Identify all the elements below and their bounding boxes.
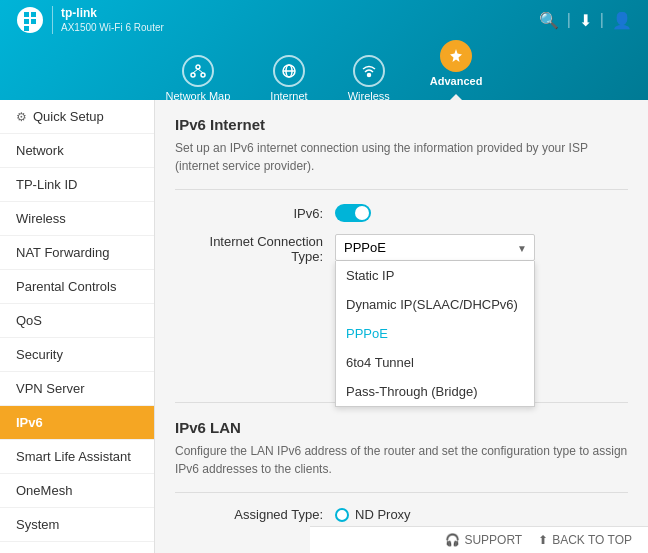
header-icons: 🔍 | ⬇ | 👤 bbox=[539, 11, 632, 30]
wireless-icon bbox=[353, 55, 385, 87]
svg-point-7 bbox=[191, 73, 195, 77]
connection-type-dropdown: Static IP Dynamic IP(SLAAC/DHCPv6) PPPoE… bbox=[335, 261, 535, 407]
back-to-top-icon: ⬆ bbox=[538, 533, 548, 547]
brand-model: tp-link AX1500 Wi-Fi 6 Router bbox=[52, 6, 164, 35]
sidebar-item-security[interactable]: Security bbox=[0, 338, 154, 372]
sidebar-item-system[interactable]: System bbox=[0, 508, 154, 542]
sidebar-item-onemesh[interactable]: OneMesh bbox=[0, 474, 154, 508]
logo-area: tp-link AX1500 Wi-Fi 6 Router bbox=[16, 6, 164, 35]
sidebar-item-smart-life[interactable]: Smart Life Assistant bbox=[0, 440, 154, 474]
footer: 🎧 SUPPORT ⬆ BACK TO TOP bbox=[310, 526, 648, 553]
quick-setup-icon: ⚙ bbox=[16, 110, 27, 124]
tp-link-logo bbox=[16, 6, 44, 34]
sidebar-item-network[interactable]: Network bbox=[0, 134, 154, 168]
svg-rect-3 bbox=[24, 19, 29, 24]
sidebar-item-parental-controls[interactable]: Parental Controls bbox=[0, 270, 154, 304]
tab-advanced-label: Advanced bbox=[430, 75, 483, 87]
dropdown-pass-through[interactable]: Pass-Through (Bridge) bbox=[336, 377, 534, 406]
svg-point-0 bbox=[17, 7, 43, 33]
network-map-icon bbox=[182, 55, 214, 87]
dropdown-6to4-tunnel[interactable]: 6to4 Tunnel bbox=[336, 348, 534, 377]
sidebar-item-qos[interactable]: QoS bbox=[0, 304, 154, 338]
sidebar: ⚙ Quick Setup Network TP-Link ID Wireles… bbox=[0, 100, 155, 553]
radio-nd-proxy[interactable]: ND Proxy bbox=[335, 507, 411, 522]
sidebar-item-vpn-server[interactable]: VPN Server bbox=[0, 372, 154, 406]
ipv6-lan-section: IPv6 LAN Configure the LAN IPv6 address … bbox=[175, 419, 628, 543]
ipv6-lan-desc: Configure the LAN IPv6 address of the ro… bbox=[175, 442, 628, 478]
ipv6-lan-title: IPv6 LAN bbox=[175, 419, 628, 436]
nd-proxy-radio-circle[interactable] bbox=[335, 508, 349, 522]
dropdown-pppoe[interactable]: PPPoE bbox=[336, 319, 534, 348]
ipv6-internet-title: IPv6 Internet bbox=[175, 116, 628, 133]
nd-proxy-label: ND Proxy bbox=[355, 507, 411, 522]
sidebar-item-nat-forwarding[interactable]: NAT Forwarding bbox=[0, 236, 154, 270]
advanced-icon bbox=[440, 40, 472, 72]
sidebar-item-wireless[interactable]: Wireless bbox=[0, 202, 154, 236]
connection-type-select[interactable]: PPPoE bbox=[335, 234, 535, 261]
download-icon[interactable]: ⬇ bbox=[579, 11, 592, 30]
connection-type-label: Internet Connection Type: bbox=[175, 234, 335, 264]
support-icon: 🎧 bbox=[445, 533, 460, 547]
sidebar-item-tp-link-id[interactable]: TP-Link ID bbox=[0, 168, 154, 202]
internet-icon bbox=[273, 55, 305, 87]
back-to-top-button[interactable]: ⬆ BACK TO TOP bbox=[538, 533, 632, 547]
tab-internet[interactable]: Internet bbox=[270, 55, 307, 102]
tab-advanced[interactable]: Advanced bbox=[430, 40, 483, 102]
support-button[interactable]: 🎧 SUPPORT bbox=[445, 533, 522, 547]
back-to-top-label: BACK TO TOP bbox=[552, 533, 632, 547]
svg-line-10 bbox=[198, 69, 203, 73]
support-label: SUPPORT bbox=[464, 533, 522, 547]
content-area: IPv6 Internet Set up an IPv6 internet co… bbox=[155, 100, 648, 553]
user-icon[interactable]: 👤 bbox=[612, 11, 632, 30]
svg-rect-1 bbox=[24, 12, 29, 17]
svg-rect-5 bbox=[24, 26, 29, 31]
svg-rect-4 bbox=[31, 19, 36, 24]
svg-line-9 bbox=[193, 69, 198, 73]
search-icon[interactable]: 🔍 bbox=[539, 11, 559, 30]
svg-point-6 bbox=[196, 65, 200, 69]
svg-point-8 bbox=[201, 73, 205, 77]
ipv6-toggle-row: IPv6: bbox=[175, 204, 628, 222]
dropdown-dynamic-ip[interactable]: Dynamic IP(SLAAC/DHCPv6) bbox=[336, 290, 534, 319]
svg-rect-2 bbox=[31, 12, 36, 17]
ipv6-toggle-label: IPv6: bbox=[175, 206, 335, 221]
connection-type-select-container: PPPoE ▼ Static IP Dynamic IP(SLAAC/DHCPv… bbox=[335, 234, 535, 261]
nav-tabs: Network Map Internet bbox=[0, 40, 648, 108]
tab-wireless[interactable]: Wireless bbox=[348, 55, 390, 102]
ipv6-internet-section: IPv6 Internet Set up an IPv6 internet co… bbox=[175, 116, 628, 390]
ipv6-toggle[interactable] bbox=[335, 204, 371, 222]
connection-type-row: Internet Connection Type: PPPoE ▼ Static… bbox=[175, 234, 628, 264]
ipv6-internet-desc: Set up an IPv6 internet connection using… bbox=[175, 139, 628, 175]
tab-network-map[interactable]: Network Map bbox=[166, 55, 231, 102]
sidebar-item-ipv6[interactable]: IPv6 bbox=[0, 406, 154, 440]
dropdown-static-ip[interactable]: Static IP bbox=[336, 261, 534, 290]
assigned-type-label: Assigned Type: bbox=[175, 507, 335, 522]
svg-point-14 bbox=[367, 74, 370, 77]
